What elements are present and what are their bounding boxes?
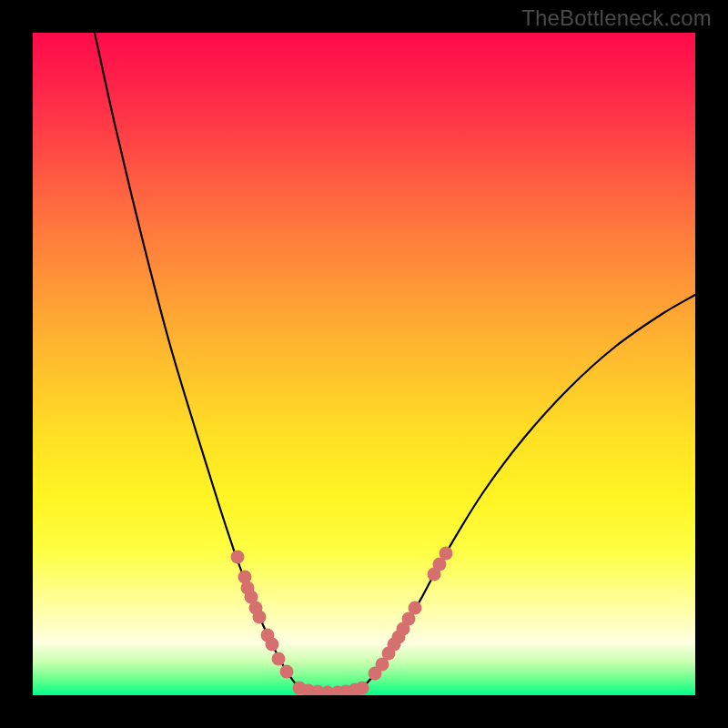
data-marker [266,638,279,652]
chart-svg [33,33,695,695]
data-marker [272,652,286,666]
curve-right-branch [362,295,695,688]
data-marker [280,665,294,679]
data-marker [231,551,245,564]
watermark-text: TheBottleneck.com [521,5,712,31]
data-marker [440,547,453,561]
plot-area [33,33,695,695]
curve-left-branch [95,33,298,688]
data-marker [253,611,267,624]
data-markers-group [231,547,453,696]
data-marker [356,682,369,695]
chart-frame: TheBottleneck.com [0,0,728,728]
data-marker [409,602,422,615]
